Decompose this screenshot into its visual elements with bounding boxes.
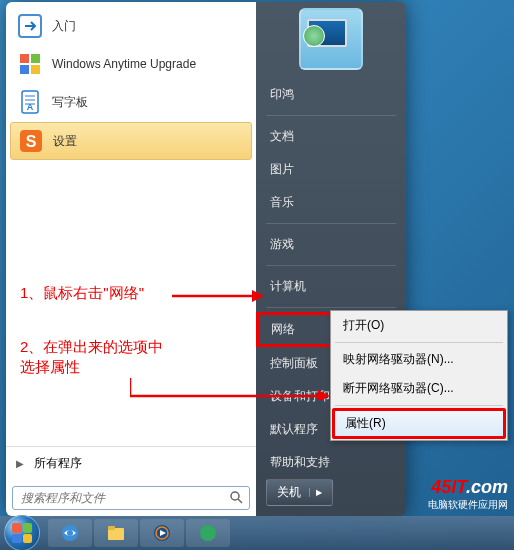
chevron-right-icon[interactable]: ▶: [309, 488, 322, 497]
context-item-open[interactable]: 打开(O): [331, 311, 507, 340]
svg-rect-4: [31, 65, 40, 74]
separator: [266, 265, 396, 266]
wordpad-icon: A: [16, 88, 44, 116]
shutdown-area: 关机 ▶: [256, 479, 406, 516]
separator: [335, 342, 503, 343]
all-programs-button[interactable]: ▶ 所有程序: [6, 446, 256, 480]
svg-rect-22: [108, 526, 115, 530]
svg-point-20: [67, 530, 73, 536]
svg-line-13: [238, 499, 242, 503]
svg-marker-18: [318, 390, 330, 400]
search-input[interactable]: [13, 491, 223, 505]
context-item-properties[interactable]: 属性(R): [332, 408, 506, 439]
svg-point-26: [200, 525, 216, 541]
svg-rect-3: [20, 65, 29, 74]
right-item-help[interactable]: 帮助和支持: [256, 446, 406, 479]
program-item-settings[interactable]: S 设置: [10, 122, 252, 160]
all-programs-label: 所有程序: [34, 455, 82, 472]
program-label: 入门: [52, 18, 76, 35]
program-label: 设置: [53, 133, 77, 150]
program-item-intro[interactable]: 入门: [10, 8, 252, 44]
annotation-2-line2: 选择属性: [20, 358, 80, 377]
taskbar-item-explorer[interactable]: [94, 519, 138, 547]
right-item-computer[interactable]: 计算机: [256, 270, 406, 303]
annotation-arrow-1: [172, 288, 264, 304]
search-box[interactable]: [12, 486, 250, 510]
user-picture[interactable]: [299, 8, 363, 70]
svg-point-12: [231, 492, 239, 500]
program-item-anytime-upgrade[interactable]: Windows Anytime Upgrade: [10, 46, 252, 82]
svg-rect-1: [20, 54, 29, 63]
program-item-wordpad[interactable]: A 写字板: [10, 84, 252, 120]
separator: [266, 115, 396, 116]
taskbar-item-ie[interactable]: [48, 519, 92, 547]
right-item-music[interactable]: 音乐: [256, 186, 406, 219]
triangle-right-icon: ▶: [16, 458, 24, 469]
annotation-1: 1、鼠标右击"网络": [20, 284, 144, 303]
search-icon: [223, 490, 249, 507]
intro-icon: [16, 12, 44, 40]
separator: [335, 405, 503, 406]
taskbar: [0, 516, 514, 550]
watermark-subtitle: 电脑软硬件应用网: [428, 498, 508, 512]
svg-rect-2: [31, 54, 40, 63]
watermark: 45IT.com 电脑软硬件应用网: [428, 477, 508, 512]
context-item-disconnect-drive[interactable]: 断开网络驱动器(C)...: [331, 374, 507, 403]
taskbar-item-app[interactable]: [186, 519, 230, 547]
taskbar-item-media-player[interactable]: [140, 519, 184, 547]
separator: [266, 223, 396, 224]
program-label: Windows Anytime Upgrade: [52, 57, 196, 71]
watermark-logo: 45IT.com: [428, 477, 508, 498]
sogou-settings-icon: S: [17, 127, 45, 155]
annotation-2-line1: 2、在弹出来的选项中: [20, 338, 163, 357]
annotation-arrow-2: [130, 376, 330, 400]
program-label: 写字板: [52, 94, 88, 111]
context-item-map-drive[interactable]: 映射网络驱动器(N)...: [331, 345, 507, 374]
shutdown-button[interactable]: 关机 ▶: [266, 479, 333, 506]
start-menu-left-panel: 入门 Windows Anytime Upgrade A 写字板 S 设置: [6, 2, 256, 516]
start-button[interactable]: [4, 515, 40, 550]
right-item-documents[interactable]: 文档: [256, 120, 406, 153]
right-item-games[interactable]: 游戏: [256, 228, 406, 261]
separator: [266, 307, 396, 308]
network-context-menu: 打开(O) 映射网络驱动器(N)... 断开网络驱动器(C)... 属性(R): [330, 310, 508, 441]
right-item-user[interactable]: 印鸿: [256, 78, 406, 111]
network-monitor-icon: [307, 19, 355, 59]
right-item-pictures[interactable]: 图片: [256, 153, 406, 186]
svg-text:A: A: [27, 102, 34, 112]
svg-marker-15: [252, 290, 264, 302]
svg-text:S: S: [26, 133, 37, 150]
shutdown-label: 关机: [277, 484, 301, 501]
search-area: [6, 480, 256, 516]
windows-flag-icon: [16, 50, 44, 78]
